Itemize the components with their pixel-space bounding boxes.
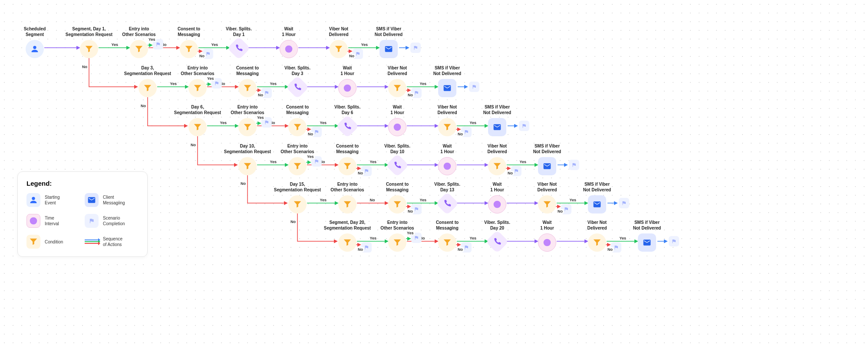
edge-label: Yes [256, 115, 265, 120]
node-label: Day 3, Segmentation Request [124, 65, 171, 76]
legend-label: Starting Event [45, 194, 59, 206]
viber-node[interactable]: Viber. Splits. Day 10 [371, 143, 423, 174]
node-label: SMS if Viber Not Delivered [375, 26, 403, 37]
wait-node[interactable]: Wait 1 Hour [263, 26, 315, 58]
node-label: Viber Not Delivered [387, 65, 407, 76]
edge-label: Yes [306, 154, 315, 159]
viber-node[interactable]: Viber. Splits. Day 6 [321, 104, 373, 135]
condition-node[interactable]: Day 6, Segmentation Request [172, 104, 224, 136]
edge-label: Yes [148, 37, 156, 42]
node-label: Viber Not Delivered [487, 143, 507, 154]
wait-node[interactable]: Wait 1 Hour [421, 143, 473, 175]
funnel-icon [288, 195, 307, 213]
condition-node[interactable]: Segment, Day 1, Segmentation Request [63, 26, 115, 58]
sms-node[interactable]: SMS if Viber Not Delivered [571, 181, 623, 213]
legend-label: Sequence of Actions [103, 236, 122, 247]
envelope-icon [380, 40, 398, 58]
node-label: Entry into Other Scenarios [181, 65, 214, 76]
node-label: Wait 1 Hour [440, 143, 454, 154]
completion-flag-icon [569, 160, 579, 170]
clock-icon [488, 195, 506, 213]
legend-item: Client Messagiing [85, 193, 139, 207]
sms-node[interactable]: SMS if Viber Not Delivered [521, 143, 573, 175]
node-label: Wait 1 Hour [490, 181, 504, 193]
envelope-icon [85, 193, 99, 207]
viber-node[interactable]: Viber. Splits. Day 1 [213, 26, 265, 56]
edge-label: No [140, 104, 147, 108]
clock-icon [388, 118, 406, 136]
node-label: SMS if Viber Not Delivered [583, 181, 611, 193]
edge-label: Yes [206, 76, 215, 81]
sms-node[interactable]: SMS if Viber Not Delivered [363, 26, 415, 58]
sms-node[interactable]: SMS if Viber Not Delivered [421, 65, 473, 97]
node-label: Entry into Other Scenarios [380, 220, 414, 231]
node-label: Day 10, Segmentation Request [224, 143, 271, 154]
edge-label: Yes [469, 121, 478, 125]
condition-node[interactable]: Day 3, Segmentation Request [122, 65, 174, 97]
edge-label: Yes [569, 198, 578, 202]
wait-node[interactable]: Wait 1 Hour [321, 65, 373, 97]
legend-item: Sequence of Actions [85, 235, 139, 249]
edge-label: No [198, 54, 205, 58]
legend-label: Scenario Completion [103, 215, 125, 227]
envelope-icon [638, 233, 656, 252]
condition-node[interactable]: Entry into Other Scenarios [321, 181, 373, 213]
envelope-icon [538, 157, 556, 175]
edge-label: No [357, 171, 364, 175]
completion-flag-icon [669, 236, 679, 246]
sequence-arrows-icon [85, 240, 99, 244]
funnel-icon [588, 233, 606, 252]
viber-node[interactable]: Viber. Splits. Day 20 [471, 220, 523, 250]
edge-label: Yes [369, 160, 378, 164]
condition-node[interactable]: Day 10, Segmentation Request [221, 143, 274, 175]
edge-label: No [407, 93, 414, 97]
funnel-icon [388, 233, 406, 252]
funnel-icon [338, 195, 356, 213]
funnel-icon [338, 157, 356, 175]
funnel-icon [139, 79, 157, 97]
node-label: Viber. Splits. Day 3 [284, 65, 310, 76]
funnel-icon [288, 157, 307, 175]
edge-label: No [290, 220, 297, 224]
person-icon [26, 193, 40, 207]
envelope-icon [438, 79, 456, 97]
edge-label: No [348, 54, 355, 58]
legend-title: Legend: [26, 180, 139, 187]
edge-label: No [607, 247, 614, 252]
funnel-icon [238, 118, 257, 136]
node-label: Segment, Day 1, Segmentation Request [66, 26, 112, 37]
funnel-icon [130, 40, 148, 58]
condition-node[interactable]: Day 15, Segmentation Request [271, 181, 323, 213]
node-label: Wait 1 Hour [390, 104, 404, 115]
viber-node[interactable]: Viber. Splits. Day 13 [421, 181, 473, 212]
funnel-icon [438, 233, 456, 252]
node-label: Viber. Splits. Day 10 [384, 143, 410, 154]
node-label: Segment, Day 20, Segmentation Request [324, 220, 371, 231]
edge-label: Yes [619, 236, 627, 240]
edge-label: No [557, 209, 564, 213]
wait-node[interactable]: Wait 1 Hour [371, 104, 423, 136]
edge-label: Yes [469, 236, 478, 240]
edge-label: Yes [360, 43, 369, 47]
edge-label: Yes [519, 160, 528, 164]
wait-node[interactable]: Wait 1 Hour [471, 181, 523, 213]
node-label: SMS if Viber Not Delivered [433, 65, 461, 76]
node-label: Entry into Other Scenarios [122, 26, 155, 37]
edge-label: No [190, 143, 197, 147]
phone-icon [436, 192, 459, 215]
node-label: Consent to Messaging [386, 181, 409, 193]
funnel-icon [438, 118, 456, 136]
wait-node[interactable]: Wait 1 Hour [521, 220, 573, 252]
phone-icon [336, 115, 359, 138]
start-node[interactable]: Scheduled Segment [9, 26, 61, 58]
node-label: SMS if Viber Not Delivered [633, 220, 661, 231]
legend-item: Condition [26, 235, 80, 249]
sms-node[interactable]: SMS if Viber Not Delivered [621, 220, 673, 252]
viber-node[interactable]: Viber. Splits. Day 3 [271, 65, 323, 95]
edge-label: Yes [269, 160, 278, 164]
node-label: SMS if Viber Not Delivered [483, 104, 511, 115]
legend-item: Scenario Completion [85, 214, 139, 228]
sms-node[interactable]: SMS if Viber Not Delivered [471, 104, 523, 136]
legend-panel: Legend: Starting EventClient MessagiingT… [17, 171, 148, 257]
funnel-icon [188, 79, 207, 97]
